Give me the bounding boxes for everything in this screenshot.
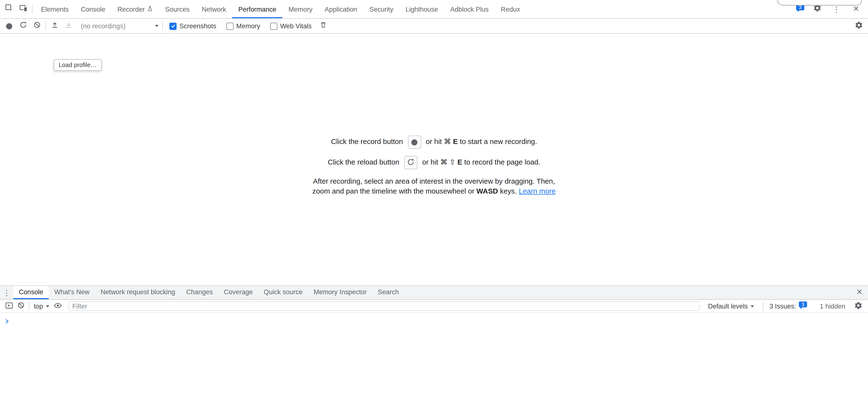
recordings-dropdown-value: (no recordings) [81, 22, 125, 30]
tab-label: Security [369, 5, 393, 13]
drawer-tab-label: Memory Inspector [314, 288, 367, 296]
recordings-dropdown[interactable]: (no recordings) [81, 22, 158, 30]
context-selector-value: top [34, 302, 43, 310]
tab-label: Network [202, 5, 226, 13]
drawer-tab-label: Quick source [264, 288, 303, 296]
issues-count: 3 [802, 302, 804, 307]
drawer-tab-quick-source[interactable]: Quick source [258, 286, 308, 299]
log-levels-value: Default levels [708, 302, 748, 310]
log-levels-dropdown[interactable]: Default levels [705, 302, 757, 310]
inspect-cursor-icon [4, 3, 13, 15]
drawer-tab-console[interactable]: Console [13, 286, 49, 299]
drawer-close-button[interactable] [852, 286, 866, 299]
e-key-glyph: E [453, 137, 458, 146]
drawer-tab-network-request-blocking[interactable]: Network request blocking [95, 286, 181, 299]
trash-icon [320, 21, 328, 31]
tab-recorder[interactable]: Recorder [112, 0, 159, 18]
console-toolbar-right: Default levels 3 Issues: 3 1 hidden [705, 300, 865, 312]
tab-adblock-plus[interactable]: Adblock Plus [444, 0, 495, 18]
memory-checkbox[interactable]: Memory [226, 22, 260, 30]
drawer: ⋮ Console What's New Network request blo… [0, 285, 868, 406]
toolbar-divider [763, 302, 764, 311]
console-issues-link[interactable]: 3 Issues: 3 [769, 301, 808, 311]
clear-recordings-button[interactable] [30, 19, 43, 33]
close-icon [852, 4, 860, 14]
panel-tabbar: Elements Console Recorder Sources Networ… [35, 0, 526, 18]
drawer-tab-search[interactable]: Search [372, 286, 404, 299]
more-options-button[interactable]: ⋮ [829, 5, 843, 13]
wasd-keys-text: WASD [476, 187, 498, 196]
save-profile-button[interactable] [62, 19, 75, 33]
tab-label: Console [81, 5, 105, 13]
drawer-tab-label: Network request blocking [100, 288, 175, 296]
tab-performance[interactable]: Performance [232, 0, 282, 18]
gear-icon [854, 301, 862, 311]
checkbox-label: Web Vitals [280, 22, 312, 30]
tab-security[interactable]: Security [363, 0, 399, 18]
landing-instructions: Click the record button or hit ⌘ E to st… [0, 34, 868, 197]
live-expression-button[interactable] [52, 300, 64, 312]
tab-sources[interactable]: Sources [159, 0, 196, 18]
tab-label: Sources [165, 5, 190, 13]
tab-network[interactable]: Network [196, 0, 232, 18]
console-sidebar-toggle-button[interactable] [3, 300, 15, 312]
inspect-element-button[interactable] [2, 3, 16, 15]
console-messages-area[interactable] [0, 313, 868, 406]
checkbox-box-checked [169, 23, 177, 30]
tab-application[interactable]: Application [318, 0, 363, 18]
reload-line-pre: Click the reload button [328, 158, 399, 166]
load-profile-button[interactable] [48, 19, 62, 33]
console-toolbar: top Default levels 3 Is [0, 300, 868, 313]
tab-label: Lighthouse [405, 5, 438, 13]
toolbar-left-icons [0, 0, 35, 18]
drawer-tab-label: What's New [54, 288, 89, 296]
reload-and-record-button[interactable] [16, 19, 30, 33]
tab-label: Redux [501, 5, 520, 13]
console-filter-input[interactable] [68, 302, 700, 311]
checkbox-box-unchecked [226, 23, 234, 30]
record-button-illustration[interactable] [408, 135, 421, 149]
tab-lighthouse[interactable]: Lighthouse [399, 0, 444, 18]
paragraph-line-2: zoom and pan the timeline with the mouse… [0, 187, 868, 197]
reload-button-illustration[interactable] [404, 156, 417, 169]
drawer-tab-label: Changes [186, 288, 213, 296]
record-icon [411, 139, 417, 145]
clear-icon [33, 21, 41, 31]
load-profile-tooltip: Load profile… [54, 59, 102, 71]
checkbox-box-unchecked [270, 23, 278, 30]
drawer-tab-coverage[interactable]: Coverage [218, 286, 258, 299]
drawer-tab-label: Console [19, 288, 43, 296]
tab-label: Elements [41, 5, 68, 13]
drawer-tab-whats-new[interactable]: What's New [49, 286, 95, 299]
clear-console-button[interactable] [15, 300, 27, 312]
hidden-messages-label: 1 hidden [820, 302, 845, 310]
device-toolbar-toggle-button[interactable] [16, 3, 30, 15]
learn-more-link[interactable]: Learn more [519, 187, 556, 196]
screenshots-checkbox[interactable]: Screenshots [169, 22, 216, 30]
record-line-mid: or hit [426, 137, 442, 146]
drawer-tab-memory-inspector[interactable]: Memory Inspector [308, 286, 372, 299]
record-button[interactable] [2, 19, 16, 33]
web-vitals-checkbox[interactable]: Web Vitals [270, 22, 312, 30]
close-devtools-button[interactable] [848, 4, 863, 14]
drawer-more-tabs-button[interactable]: ⋮ [0, 286, 13, 299]
drawer-tab-label: Coverage [224, 288, 253, 296]
garbage-collect-button[interactable] [316, 19, 330, 33]
checkbox-label: Memory [236, 22, 260, 30]
tab-memory[interactable]: Memory [282, 0, 318, 18]
vertical-dots-icon: ⋮ [833, 5, 840, 13]
console-context-selector[interactable]: top [31, 302, 52, 310]
tab-label: Memory [288, 5, 312, 13]
cmd-key-glyph: ⌘ [444, 137, 451, 146]
paragraph-line-1: After recording, select an area of inter… [0, 176, 868, 187]
experiment-flask-icon [148, 5, 153, 13]
drawer-tab-changes[interactable]: Changes [181, 286, 218, 299]
device-toolbar-icon [19, 3, 28, 15]
tab-redux[interactable]: Redux [495, 0, 526, 18]
console-settings-button[interactable] [852, 300, 864, 312]
console-prompt[interactable] [0, 313, 868, 327]
tab-console[interactable]: Console [75, 0, 112, 18]
tab-elements[interactable]: Elements [35, 0, 75, 18]
capture-settings-button[interactable] [852, 19, 866, 33]
vertical-dots-icon: ⋮ [3, 289, 10, 296]
